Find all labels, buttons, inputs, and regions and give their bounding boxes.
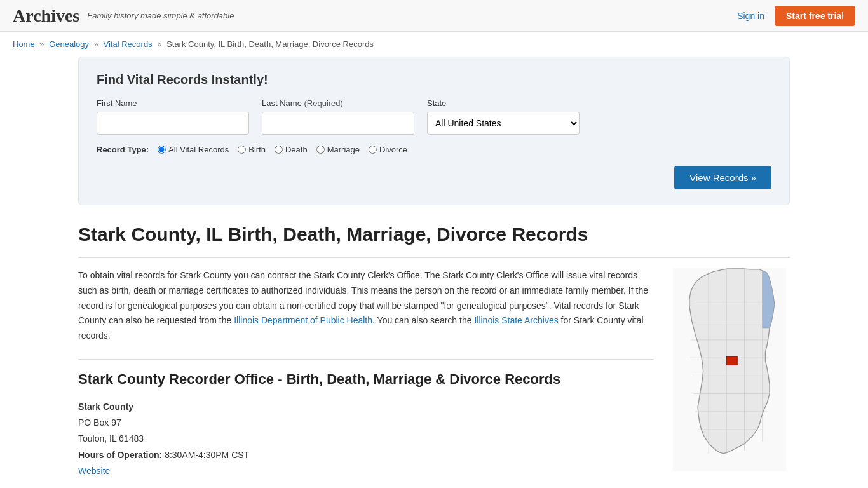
breadcrumb-home[interactable]: Home <box>13 39 35 49</box>
search-title: Find Vital Records Instantly! <box>97 72 771 87</box>
site-tagline: Family history made simple & affordable <box>87 11 234 20</box>
radio-all-vital: All Vital Records <box>158 145 229 154</box>
breadcrumb-genealogy[interactable]: Genealogy <box>49 39 89 49</box>
view-records-button[interactable]: View Records » <box>674 166 771 189</box>
address-line2: Toulon, IL 61483 <box>78 431 654 447</box>
last-name-input[interactable] <box>262 112 414 135</box>
radio-marriage: Marriage <box>316 145 360 154</box>
svg-rect-15 <box>726 356 737 365</box>
first-name-input[interactable] <box>97 112 249 135</box>
search-box: Find Vital Records Instantly! First Name… <box>78 57 790 205</box>
website-line: Website <box>78 463 654 479</box>
radio-marriage-label: Marriage <box>327 145 360 154</box>
site-logo: Archives <box>13 6 79 26</box>
breadcrumb-sep-1: » <box>39 39 44 49</box>
radio-birth: Birth <box>238 145 266 154</box>
illinois-dept-link[interactable]: Illinois Department of Public Health <box>234 315 372 325</box>
breadcrumb-current: Stark County, IL Birth, Death, Marriage,… <box>166 39 374 49</box>
content-text: To obtain vital records for Stark County… <box>78 268 654 479</box>
state-group: State All United States <box>427 98 580 135</box>
header-left: Archives Family history made simple & af… <box>13 6 234 26</box>
state-select[interactable]: All United States <box>427 112 580 135</box>
illinois-map <box>669 268 790 471</box>
breadcrumb: Home » Genealogy » Vital Records » Stark… <box>0 32 868 57</box>
content-section: To obtain vital records for Stark County… <box>78 257 790 479</box>
last-name-label: Last Name (Required) <box>262 98 414 108</box>
site-header: Archives Family history made simple & af… <box>0 0 868 32</box>
main-content: Find Vital Records Instantly! First Name… <box>65 57 803 488</box>
sign-in-link[interactable]: Sign in <box>737 11 764 21</box>
content-with-map: To obtain vital records for Stark County… <box>78 268 790 479</box>
hours-label: Hours of Operation: <box>78 450 162 460</box>
radio-death-label: Death <box>285 145 308 154</box>
hours-line: Hours of Operation: 8:30AM-4:30PM CST <box>78 447 654 463</box>
office-info: Stark County PO Box 97 Toulon, IL 61483 … <box>78 399 654 479</box>
address-line1: PO Box 97 <box>78 415 654 431</box>
page-title: Stark County, IL Birth, Death, Marriage,… <box>78 223 790 246</box>
record-type-label: Record Type: <box>97 145 149 154</box>
record-type-row: Record Type: All Vital Records Birth Dea… <box>97 145 771 154</box>
radio-divorce-input[interactable] <box>369 146 377 154</box>
header-right: Sign in Start free trial <box>737 6 855 26</box>
radio-all-vital-label: All Vital Records <box>168 145 229 154</box>
radio-death-input[interactable] <box>275 146 283 154</box>
search-fields: First Name Last Name (Required) State Al… <box>97 98 771 135</box>
breadcrumb-sep-2: » <box>94 39 98 49</box>
map-container <box>669 268 790 479</box>
radio-divorce: Divorce <box>369 145 407 154</box>
recorder-section: Stark County Recorder Office - Birth, De… <box>78 359 654 479</box>
website-link[interactable]: Website <box>78 466 110 476</box>
start-trial-button[interactable]: Start free trial <box>775 6 855 26</box>
radio-marriage-input[interactable] <box>316 146 325 154</box>
radio-all-vital-input[interactable] <box>158 146 166 154</box>
state-label: State <box>427 98 580 108</box>
radio-birth-label: Birth <box>248 145 266 154</box>
breadcrumb-vital-records[interactable]: Vital Records <box>104 39 153 49</box>
radio-death: Death <box>275 145 308 154</box>
illinois-archives-link[interactable]: Illinois State Archives <box>474 315 558 325</box>
last-name-group: Last Name (Required) <box>262 98 414 135</box>
hours-value: 8:30AM-4:30PM CST <box>165 450 249 460</box>
recorder-title: Stark County Recorder Office - Birth, De… <box>78 359 654 388</box>
first-name-group: First Name <box>97 98 249 135</box>
description-paragraph: To obtain vital records for Stark County… <box>78 268 654 344</box>
search-btn-row: View Records » <box>97 166 771 189</box>
radio-birth-input[interactable] <box>238 146 246 154</box>
office-name: Stark County <box>78 399 654 415</box>
first-name-label: First Name <box>97 98 249 108</box>
breadcrumb-sep-3: » <box>157 39 161 49</box>
radio-divorce-label: Divorce <box>379 145 407 154</box>
